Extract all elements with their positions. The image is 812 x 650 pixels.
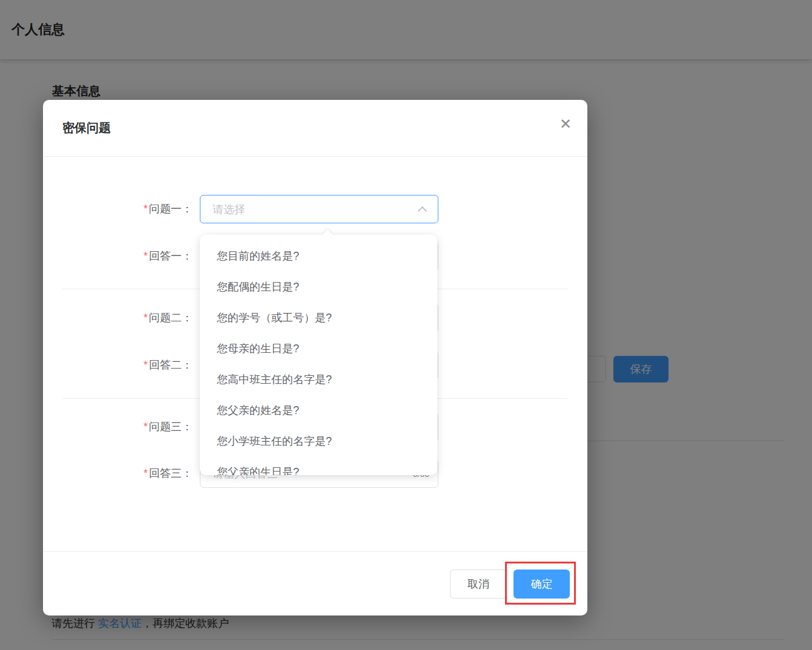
dialog-header-divider bbox=[43, 156, 587, 157]
required-mark: * bbox=[144, 467, 148, 479]
required-mark: * bbox=[144, 312, 148, 324]
dropdown-option[interactable]: 您目前的姓名是? bbox=[200, 241, 437, 272]
chevron-up-icon bbox=[418, 206, 427, 216]
question-one-select[interactable]: 请选择 bbox=[200, 195, 438, 223]
required-mark: * bbox=[144, 203, 148, 215]
dropdown-option[interactable]: 您母亲的生日是? bbox=[200, 333, 437, 364]
required-mark: * bbox=[144, 250, 148, 262]
dropdown-option[interactable]: 您父亲的姓名是? bbox=[200, 395, 437, 426]
close-icon[interactable]: ✕ bbox=[559, 117, 572, 131]
required-mark: * bbox=[144, 359, 148, 371]
security-questions-dialog: 密保问题 ✕ *问题一： 请选择 *回答一： *问题二： *回答二： * bbox=[43, 100, 587, 616]
dropdown-option[interactable]: 您的学号（或工号）是? bbox=[200, 303, 437, 333]
question-one-label: *问题一： bbox=[43, 195, 193, 223]
dropdown-option[interactable]: 您小学班主任的名字是? bbox=[200, 426, 437, 457]
answer-two-label: *回答二： bbox=[43, 351, 193, 379]
dropdown-option[interactable]: 您父亲的生日是? bbox=[200, 457, 437, 475]
question-three-label: *问题三： bbox=[43, 413, 193, 441]
required-mark: * bbox=[144, 421, 148, 433]
question-two-label: *问题二： bbox=[43, 304, 193, 332]
select-placeholder: 请选择 bbox=[213, 202, 419, 217]
confirm-button[interactable]: 确定 bbox=[513, 570, 570, 599]
dropdown-option[interactable]: 您高中班主任的名字是? bbox=[200, 364, 437, 395]
dropdown-option[interactable]: 您配偶的生日是? bbox=[200, 272, 437, 303]
security-question-dropdown: 您目前的姓名是? 您配偶的生日是? 您的学号（或工号）是? 您母亲的生日是? 您… bbox=[200, 235, 437, 475]
screen: 个人信息 基本信息 取消 保存 请先进行 实名认证，再绑定收款账户 密保问题 ✕… bbox=[0, 0, 812, 650]
cancel-button[interactable]: 取消 bbox=[450, 570, 507, 599]
dialog-title: 密保问题 bbox=[62, 120, 111, 136]
dialog-footer-divider bbox=[43, 551, 587, 552]
answer-three-label: *回答三： bbox=[43, 459, 193, 488]
answer-one-label: *回答一： bbox=[43, 242, 193, 271]
